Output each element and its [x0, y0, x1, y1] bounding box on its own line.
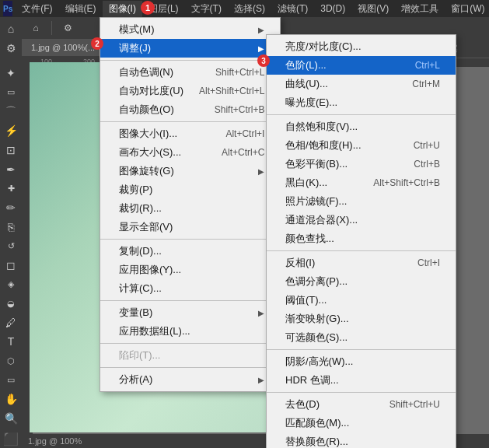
tool-brush[interactable]: ✏ — [2, 199, 20, 217]
menu-mode[interactable]: 模式(M) ▶ — [100, 20, 280, 39]
submenu-threshold[interactable]: 阈值(T)... — [267, 291, 456, 310]
analysis-label: 分析(A) — [119, 373, 152, 387]
rotate-arrow: ▶ — [258, 167, 264, 176]
submenu-exposure[interactable]: 曝光度(E)... — [267, 93, 456, 112]
menu-calculations[interactable]: 计算(C)... — [100, 279, 280, 298]
submenu-curves[interactable]: 曲线(U)... Ctrl+M — [267, 75, 456, 93]
photo-filter-label: 照片滤镜(F)... — [285, 194, 347, 208]
tool-pen[interactable]: 🖊 — [2, 314, 20, 332]
submenu-photo-filter[interactable]: 照片滤镜(F)... — [267, 192, 456, 211]
brightness-label: 亮度/对比度(C)... — [285, 40, 362, 54]
menu-view[interactable]: 视图(V) — [351, 1, 395, 17]
menu-trim[interactable]: 裁切(R)... — [100, 199, 280, 218]
menu-select[interactable]: 选择(S) — [228, 1, 271, 17]
tool-type[interactable]: T — [2, 333, 20, 351]
tool-hand[interactable]: ✋ — [2, 390, 20, 408]
menu-analysis[interactable]: 分析(A) ▶ — [100, 370, 280, 389]
tool-dodge[interactable]: ◒ — [2, 295, 20, 313]
menu-image-size[interactable]: 图像大小(I)... Alt+Ctrl+I — [100, 124, 280, 143]
menu-image[interactable]: 图像(I) — [103, 1, 142, 17]
menu-edit[interactable]: 编辑(E) — [59, 1, 103, 17]
tool-home[interactable]: ⌂ — [2, 20, 20, 38]
submenu-brightness[interactable]: 亮度/对比度(C)... — [267, 37, 456, 56]
menu-apply-data[interactable]: 应用数据组(L)... — [100, 322, 280, 341]
submenu-match-color[interactable]: 匹配颜色(M)... — [267, 414, 456, 432]
levels-label: 色阶(L)... — [285, 58, 327, 72]
adj-sep-4 — [267, 392, 456, 393]
tool-gradient[interactable]: ◈ — [2, 275, 20, 293]
submenu-hsl[interactable]: 色相/饱和度(H)... Ctrl+U — [267, 136, 456, 155]
menu-reveal-all[interactable]: 显示全部(V) — [100, 218, 280, 236]
tool-zoom[interactable]: 🔍 — [2, 410, 20, 428]
menu-image-rotate[interactable]: 图像旋转(G) ▶ — [100, 162, 280, 180]
badge-1: 1 — [141, 1, 155, 15]
auto-color-label: 自动颜色(O) — [119, 103, 174, 117]
image-dropdown: 1 模式(M) ▶ 2 调整(J) ▶ 自动色调(N) Shift+Ctrl+L… — [100, 17, 281, 392]
submenu-color-lookup[interactable]: 颜色查找... — [267, 229, 456, 248]
submenu-vibrance[interactable]: 自然饱和度(V)... — [267, 117, 456, 136]
submenu-selective-color[interactable]: 可选颜色(S)... — [267, 328, 456, 347]
submenu-levels[interactable]: 3 色阶(L)... Ctrl+L — [267, 56, 456, 75]
menu-plugins[interactable]: 增效工具 — [395, 1, 445, 17]
adj-sep-1 — [267, 114, 456, 115]
menu-filter[interactable]: 滤镜(T) — [271, 1, 314, 17]
menu-3d[interactable]: 3D(D) — [314, 2, 351, 16]
tool-move[interactable]: ✦ — [2, 65, 20, 82]
submenu-channel-mixer[interactable]: 通道混合器(X)... — [267, 211, 456, 229]
image-size-label: 图像大小(I)... — [119, 127, 177, 141]
tool-eyedropper[interactable]: ✒ — [2, 160, 20, 178]
settings-icon[interactable]: ⚙ — [60, 20, 75, 36]
channel-mixer-label: 通道混合器(X)... — [285, 213, 358, 227]
image-rotate-label: 图像旋转(G) — [119, 164, 174, 178]
auto-tone-label: 自动色调(N) — [119, 65, 173, 79]
sep-6 — [100, 367, 280, 368]
tool-shape[interactable]: ▭ — [2, 371, 20, 389]
tool-clone[interactable]: ⎘ — [2, 218, 20, 236]
submenu-gradient-map[interactable]: 渐变映射(G)... — [267, 310, 456, 328]
auto-color-shortcut: Shift+Ctrl+B — [215, 104, 265, 115]
menu-crop[interactable]: 裁剪(P) — [100, 180, 280, 199]
menu-duplicate[interactable]: 复制(D)... — [100, 242, 280, 261]
menu-file[interactable]: 文件(F) — [16, 1, 58, 17]
menu-canvas-size[interactable]: 画布大小(S)... Alt+Ctrl+C — [100, 143, 280, 162]
tool-settings[interactable]: ⚙ — [2, 40, 20, 58]
reveal-all-label: 显示全部(V) — [119, 220, 173, 234]
submenu-shadows[interactable]: 阴影/高光(W)... — [267, 352, 456, 371]
menu-window[interactable]: 窗口(W) — [445, 1, 489, 17]
tool-select-rect[interactable]: ▭ — [2, 84, 20, 102]
menu-adjust-label: 调整(J) — [119, 41, 151, 55]
tool-magic[interactable]: ⚡ — [2, 122, 20, 140]
tool-lasso[interactable]: ⌒ — [2, 103, 20, 121]
variables-label: 变量(B) — [119, 306, 152, 320]
tool-eraser[interactable]: ◻ — [2, 257, 20, 275]
menu-auto-color[interactable]: 自动颜色(O) Shift+Ctrl+B — [100, 100, 280, 119]
submenu-desaturate[interactable]: 去色(D) Shift+Ctrl+U — [267, 395, 456, 414]
tool-history[interactable]: ↺ — [2, 237, 20, 255]
submenu-replace-color[interactable]: 替换颜色(R)... — [267, 432, 456, 448]
ps-logo: Ps — [3, 1, 12, 16]
tool-heal[interactable]: ✚ — [2, 180, 20, 198]
adj-sep-3 — [267, 349, 456, 350]
adjust-submenu: 亮度/对比度(C)... 3 色阶(L)... Ctrl+L 曲线(U)... … — [266, 34, 456, 448]
submenu-color-balance[interactable]: 色彩平衡(B)... Ctrl+B — [267, 155, 456, 173]
options-sep-1 — [51, 21, 52, 35]
menu-auto-contrast[interactable]: 自动对比度(U) Alt+Shift+Ctrl+L — [100, 82, 280, 100]
zoom-info: 1.jpg @ 100% — [28, 436, 82, 446]
tool-crop[interactable]: ⊡ — [2, 142, 20, 159]
menu-variables[interactable]: 变量(B) ▶ — [100, 303, 280, 322]
submenu-bw[interactable]: 黑白(K)... Alt+Shift+Ctrl+B — [267, 173, 456, 192]
menu-trap: 陷印(T)... — [100, 346, 280, 365]
menu-auto-tone[interactable]: 自动色调(N) Shift+Ctrl+L — [100, 63, 280, 82]
bw-label: 黑白(K)... — [285, 176, 327, 190]
submenu-hdr[interactable]: HDR 色调... — [267, 371, 456, 390]
menu-apply-image[interactable]: 应用图像(Y)... — [100, 261, 280, 279]
tool-path[interactable]: ⬡ — [2, 352, 20, 370]
home-icon[interactable]: ⌂ — [28, 20, 44, 36]
submenu-posterize[interactable]: 色调分离(P)... — [267, 272, 456, 291]
trap-label: 陷印(T)... — [119, 348, 160, 362]
tool-foreground-bg[interactable]: ⬛ — [2, 430, 20, 448]
sep-1 — [100, 60, 280, 61]
menu-text[interactable]: 文字(T) — [185, 1, 228, 17]
menu-adjust[interactable]: 2 调整(J) ▶ — [100, 39, 280, 58]
submenu-invert[interactable]: 反相(I) Ctrl+I — [267, 254, 456, 272]
